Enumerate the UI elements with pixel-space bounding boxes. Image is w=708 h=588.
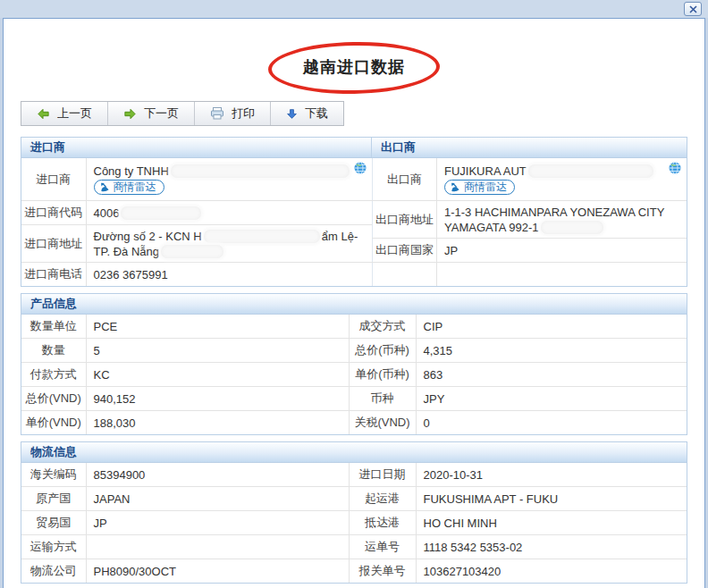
title-area: 越南进口数据 xyxy=(4,19,704,101)
exporter-name-label: 出口商 xyxy=(373,158,437,201)
field-label: 原产国 xyxy=(21,487,86,511)
table-row: 物流公司 PH8090/30OCT 报关单号 103627103420 xyxy=(21,559,687,584)
field-value: KC xyxy=(86,363,349,387)
table-row: 运输方式 运单号 1118 5342 5353-02 xyxy=(21,535,687,559)
table-row: 数量单位 PCE 成交方式 CIP xyxy=(21,315,687,339)
dialog-content: 越南进口数据 上一页 下一页 xyxy=(3,18,705,588)
field-label: 数量单位 xyxy=(21,315,86,339)
radar-icon xyxy=(451,182,460,192)
importer-code-value: 4006 xyxy=(86,201,372,225)
table-row: 付款方式 KC 单价(币种) 863 xyxy=(21,363,687,387)
table-row: 进口商 Công ty TNHH 商情雷达 xyxy=(21,158,372,201)
field-value: 0 xyxy=(416,411,687,435)
field-value: JPY xyxy=(416,387,687,411)
field-value: PH8090/30OCT xyxy=(86,559,349,584)
globe-icon[interactable] xyxy=(354,162,367,174)
table-row: 进口商代码 4006 xyxy=(21,201,372,225)
redaction-overlay xyxy=(161,245,223,258)
close-icon xyxy=(689,5,697,13)
table-row: 原产国 JAPAN 起运港 FUKUSHIMA APT - FUKU xyxy=(21,487,687,511)
table-row: 出口商国家 JP xyxy=(373,239,687,263)
importer-section-title: 进口商 xyxy=(21,138,372,157)
page-title: 越南进口数据 xyxy=(4,56,704,78)
download-label: 下载 xyxy=(305,105,328,122)
field-value: 2020-10-31 xyxy=(416,463,687,487)
section-parties: 进口商 出口商 进口商 Công ty TNHH xyxy=(21,137,687,287)
importer-name-text: Công ty TNHH xyxy=(94,164,169,178)
field-value: HO CHI MINH xyxy=(416,511,687,535)
empty-label-cell xyxy=(373,263,437,287)
radar-badge-label: 商情雷达 xyxy=(464,181,507,194)
field-label: 币种 xyxy=(349,387,416,411)
exporter-section-title: 出口商 xyxy=(372,138,687,157)
importer-address-label: 进口商地址 xyxy=(21,225,86,263)
exporter-country-value: JP xyxy=(437,239,687,263)
importer-name-label: 进口商 xyxy=(21,158,86,201)
table-row xyxy=(373,263,687,287)
exporter-name-text: FUJIKURA AUT xyxy=(444,164,527,178)
table-row: 数量 5 总价(币种) 4,315 xyxy=(21,339,687,363)
exporter-address-text: 1-1-3 HACHIMANPARA YONEZAWA CITY xyxy=(444,206,664,219)
exporter-name-value: FUJIKURA AUT 商情雷达 xyxy=(437,158,687,201)
importer-address-text: ẩm Lệ- xyxy=(322,230,358,243)
field-value: 103627103420 xyxy=(416,559,687,584)
logistics-section-title: 物流信息 xyxy=(21,442,77,462)
field-label: 单价(VND) xyxy=(21,411,86,435)
field-value: 4,315 xyxy=(416,339,687,363)
table-row: 总价(VND) 940,152 币种 JPY xyxy=(21,387,687,411)
table-row: 进口商地址 Đường số 2 - KCN Hẩm Lệ- TP. Đà Nẵ… xyxy=(21,225,372,263)
download-button[interactable]: 下载 xyxy=(271,102,343,125)
field-label: 贸易国 xyxy=(21,511,86,535)
field-label: 运输方式 xyxy=(21,535,86,559)
exporter-address-value: 1-1-3 HACHIMANPARA YONEZAWA CITY YAMAGAT… xyxy=(437,201,687,239)
importer-radar-badge[interactable]: 商情雷达 xyxy=(94,180,164,195)
redaction-overlay xyxy=(204,230,320,243)
importer-name-value: Công ty TNHH 商情雷达 xyxy=(86,158,372,201)
product-section-title: 产品信息 xyxy=(21,294,77,314)
field-value: 188,030 xyxy=(86,411,349,435)
field-value: 85394900 xyxy=(86,463,349,487)
prev-page-label: 上一页 xyxy=(57,105,92,122)
field-label: 进口日期 xyxy=(349,463,416,487)
importer-code-text: 4006 xyxy=(94,206,120,220)
exporter-address-label: 出口商地址 xyxy=(373,201,437,239)
arrow-down-icon xyxy=(286,108,298,120)
logistics-table: 海关编码 85394900 进口日期 2020-10-31 原产国 JAPAN … xyxy=(21,463,687,583)
exporter-country-label: 出口商国家 xyxy=(373,239,437,263)
dialog-titlebar xyxy=(0,0,708,18)
print-button[interactable]: 打印 xyxy=(195,102,271,125)
section-logistics: 物流信息 海关编码 85394900 进口日期 2020-10-31 原产国 J… xyxy=(21,441,687,584)
table-row: 进口商电话 0236 3675991 xyxy=(21,263,372,287)
importer-code-label: 进口商代码 xyxy=(21,201,86,225)
field-label: 抵达港 xyxy=(349,511,416,535)
toolbar: 上一页 下一页 打印 xyxy=(21,101,344,126)
next-page-label: 下一页 xyxy=(144,105,179,122)
exporter-table: 出口商 FUJIKURA AUT 商情雷达 xyxy=(372,158,687,286)
field-value: JAPAN xyxy=(86,487,349,511)
table-row: 出口商地址 1-1-3 HACHIMANPARA YONEZAWA CITY Y… xyxy=(373,201,687,239)
field-value: 863 xyxy=(416,363,687,387)
field-label: 数量 xyxy=(21,339,86,363)
parties-section-header: 进口商 出口商 xyxy=(21,138,687,158)
globe-icon[interactable] xyxy=(669,162,681,174)
section-product: 产品信息 数量单位 PCE 成交方式 CIP 数量 5 总价(币种) 4,315… xyxy=(21,293,687,435)
parties-tables: 进口商 Công ty TNHH 商情雷达 xyxy=(21,158,687,286)
next-page-button[interactable]: 下一页 xyxy=(108,102,195,125)
field-label: 总价(VND) xyxy=(21,387,86,411)
field-value: JP xyxy=(86,511,349,535)
field-label: 付款方式 xyxy=(21,363,86,387)
radar-badge-label: 商情雷达 xyxy=(114,181,156,194)
prev-page-button[interactable]: 上一页 xyxy=(21,102,108,125)
exporter-radar-badge[interactable]: 商情雷达 xyxy=(444,180,515,195)
field-label: 起运港 xyxy=(349,487,416,511)
field-value: FUKUSHIMA APT - FUKU xyxy=(416,487,687,511)
field-label: 关税(VND) xyxy=(349,411,416,435)
product-table: 数量单位 PCE 成交方式 CIP 数量 5 总价(币种) 4,315 付款方式… xyxy=(21,315,687,434)
exporter-address-text: YAMAGATA 992-1 xyxy=(444,221,539,234)
table-row: 单价(VND) 188,030 关税(VND) 0 xyxy=(21,411,687,435)
arrow-right-icon xyxy=(123,107,137,121)
field-value: 1118 5342 5353-02 xyxy=(416,535,687,559)
close-button[interactable] xyxy=(684,2,702,16)
empty-value-cell xyxy=(437,263,687,287)
redaction-overlay xyxy=(121,206,201,220)
